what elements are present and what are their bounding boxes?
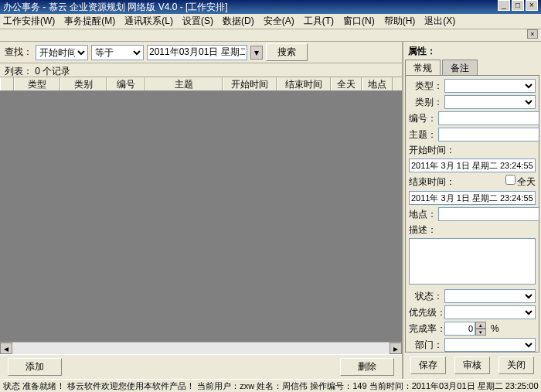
- window-controls: _ □ ×: [498, 0, 538, 14]
- window-title: 办公事务 - 慕云 企业资源规划 网络版 V4.0 - [工作安排]: [3, 0, 228, 14]
- maximize-button[interactable]: □: [512, 0, 524, 11]
- close-panel-button[interactable]: 关闭: [498, 356, 534, 374]
- mdi-close-button[interactable]: ×: [527, 29, 538, 39]
- completion-spinner[interactable]: ▴▾: [444, 322, 486, 336]
- search-button[interactable]: 搜索: [266, 43, 308, 61]
- number-input[interactable]: [438, 111, 539, 125]
- menu-item[interactable]: 帮助(H): [384, 15, 416, 28]
- scroll-left-icon[interactable]: ◂: [0, 343, 12, 354]
- mdi-bar: ×: [0, 29, 541, 42]
- menu-item[interactable]: 数据(D): [223, 15, 254, 28]
- menu-bar: 工作安排(W)事务提醒(M)通讯联系(L)设置(S)数据(D)安全(A)工具(T…: [0, 14, 541, 29]
- menu-item[interactable]: 通讯联系(L): [124, 15, 173, 28]
- column-header[interactable]: 全天: [331, 77, 362, 90]
- column-header[interactable]: 类型: [14, 77, 60, 90]
- search-date-input[interactable]: [147, 45, 247, 60]
- minimize-button[interactable]: _: [498, 0, 510, 11]
- close-button[interactable]: ×: [526, 0, 538, 11]
- search-field-select[interactable]: 开始时间: [36, 45, 88, 60]
- dept-select[interactable]: [444, 338, 536, 352]
- subject-input[interactable]: [438, 128, 539, 141]
- type-select[interactable]: [444, 79, 536, 93]
- tab-remark[interactable]: 备注: [442, 60, 478, 75]
- menu-item[interactable]: 窗口(N): [343, 15, 375, 28]
- column-header[interactable]: 结束时间: [277, 77, 331, 90]
- audit-button[interactable]: 审核: [454, 356, 490, 374]
- property-panel: 类型： 类别： 编号： 主题： 开始时间： 结束时间：全天 地点： 描述： 状态…: [405, 75, 539, 353]
- status-bar: 状态 准备就绪！ 移云软件欢迎您使用本软件产品！ 当前用户：zxw 姓名：周信伟…: [0, 379, 541, 392]
- search-op-select[interactable]: 等于: [91, 45, 144, 60]
- menu-item[interactable]: 退出(X): [424, 15, 455, 28]
- column-header[interactable]: 地点: [362, 77, 393, 90]
- properties-title: 属性：: [405, 43, 539, 60]
- end-time-input[interactable]: [409, 191, 536, 205]
- status-select[interactable]: [444, 289, 536, 303]
- table-body: ◂ ▸: [0, 91, 402, 354]
- priority-select[interactable]: [444, 305, 536, 319]
- category-select[interactable]: [444, 95, 536, 109]
- menu-item[interactable]: 工具(T): [304, 15, 334, 28]
- allday-checkbox[interactable]: [505, 175, 515, 185]
- search-bar: 查找： 开始时间 等于 ▾ 搜索: [0, 42, 402, 63]
- save-button[interactable]: 保存: [410, 356, 446, 374]
- property-tabs: 常规 备注: [405, 60, 539, 75]
- location-input[interactable]: [438, 207, 539, 221]
- column-header[interactable]: 开始时间: [223, 77, 277, 90]
- column-header[interactable]: [0, 77, 14, 90]
- start-time-input[interactable]: [409, 159, 536, 172]
- add-button[interactable]: 添加: [8, 358, 62, 376]
- column-header[interactable]: 主题: [145, 77, 223, 90]
- description-textarea[interactable]: [409, 238, 536, 285]
- horizontal-scrollbar[interactable]: ◂ ▸: [0, 342, 402, 354]
- search-label: 查找：: [5, 46, 32, 59]
- menu-item[interactable]: 设置(S): [182, 15, 213, 28]
- column-header[interactable]: 编号: [107, 77, 145, 90]
- window-titlebar: 办公事务 - 慕云 企业资源规划 网络版 V4.0 - [工作安排] _ □ ×: [0, 0, 541, 14]
- spin-down-icon[interactable]: ▾: [475, 329, 486, 336]
- scroll-right-icon[interactable]: ▸: [390, 343, 402, 354]
- menu-item[interactable]: 工作安排(W): [3, 15, 55, 28]
- menu-item[interactable]: 安全(A): [264, 15, 294, 28]
- tab-general[interactable]: 常规: [405, 60, 441, 75]
- table-header: 类型类别编号主题开始时间结束时间全天地点: [0, 77, 402, 91]
- spin-up-icon[interactable]: ▴: [475, 322, 486, 329]
- date-dropdown-icon[interactable]: ▾: [250, 46, 263, 60]
- menu-item[interactable]: 事务提醒(M): [64, 15, 115, 28]
- delete-button[interactable]: 删除: [340, 358, 394, 376]
- list-count-label: 列表： 0 个记录: [0, 63, 402, 77]
- column-header[interactable]: 类别: [60, 77, 107, 90]
